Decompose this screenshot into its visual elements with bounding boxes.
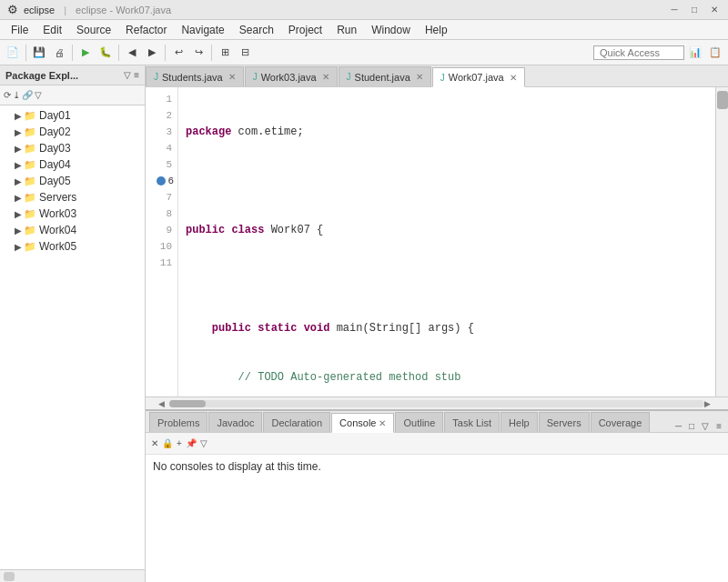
scroll-right-btn[interactable]: ▶ bbox=[704, 399, 715, 408]
sidebar-collapse-btn[interactable]: ▽ bbox=[124, 70, 131, 80]
line-num-10: 10 bbox=[146, 238, 177, 255]
sidebar-item-day01[interactable]: ▶ 📁 Day01 bbox=[0, 107, 145, 124]
menu-edit[interactable]: Edit bbox=[35, 22, 69, 38]
tb-print-button[interactable]: 🖨 bbox=[50, 44, 68, 62]
sidebar-menu-btn[interactable]: ≡ bbox=[134, 70, 139, 80]
menu-search[interactable]: Search bbox=[232, 22, 281, 38]
sidebar-collapse-all-btn[interactable]: ⤓ bbox=[13, 90, 20, 100]
code-line-1: package com.etime; bbox=[186, 124, 708, 140]
tb-redo-button[interactable]: ↪ bbox=[189, 44, 207, 62]
arrow-icon: ▶ bbox=[15, 176, 22, 186]
panel-view-menu-btn[interactable]: ▽ bbox=[699, 420, 712, 432]
menu-run[interactable]: Run bbox=[329, 22, 364, 38]
tab-close-icon[interactable]: ✕ bbox=[379, 418, 386, 428]
title-bar-left: ⚙ eclipse | eclipse - Work07.java bbox=[7, 3, 171, 16]
console-message: No consoles to display at this time. bbox=[153, 460, 321, 473]
tab-work03-java[interactable]: J Work03.java ✕ bbox=[245, 66, 338, 86]
menu-project[interactable]: Project bbox=[281, 22, 329, 38]
minimize-button[interactable]: ─ bbox=[668, 4, 681, 16]
line-num-8: 8 bbox=[146, 206, 177, 222]
scrollbar-track bbox=[169, 400, 704, 407]
menu-window[interactable]: Window bbox=[364, 22, 418, 38]
line-num-2: 2 bbox=[146, 107, 177, 124]
bottom-panel: Problems Javadoc Declaration Console ✕ O… bbox=[146, 409, 728, 582]
editor-scrollbar-horizontal[interactable]: ◀ ▶ bbox=[146, 396, 728, 409]
code-editor[interactable]: 1 2 3 4 5 6 7 8 9 10 11 package com.etim… bbox=[146, 87, 728, 396]
code-content[interactable]: package com.etime; public class Work07 {… bbox=[178, 87, 715, 396]
menu-refactor[interactable]: Refactor bbox=[118, 22, 174, 38]
tb-perspective-button[interactable]: ⊞ bbox=[216, 44, 234, 62]
tab-task-list[interactable]: Task List bbox=[444, 412, 500, 432]
tb-undo-button[interactable]: ↩ bbox=[169, 44, 187, 62]
scrollbar-thumb-horizontal[interactable] bbox=[169, 400, 206, 407]
sidebar-item-work04[interactable]: ▶ 📁 Work04 bbox=[0, 222, 145, 238]
sidebar-item-servers[interactable]: ▶ 📁 Servers bbox=[0, 189, 145, 206]
tab-label: Work07.java bbox=[449, 72, 504, 83]
tb-extra-button-1[interactable]: 📊 bbox=[686, 44, 704, 62]
menu-file[interactable]: File bbox=[4, 22, 35, 38]
sidebar-item-label: Day01 bbox=[39, 109, 71, 122]
maximize-button[interactable]: □ bbox=[688, 4, 701, 16]
folder-icon: 📁 bbox=[24, 110, 36, 122]
java-file-icon: J bbox=[347, 72, 351, 82]
java-file-icon: J bbox=[154, 72, 158, 82]
console-clear-btn[interactable]: ✕ bbox=[151, 438, 158, 448]
close-button[interactable]: ✕ bbox=[708, 4, 721, 16]
tab-outline[interactable]: Outline bbox=[395, 412, 443, 432]
console-pin-btn[interactable]: 📌 bbox=[186, 438, 197, 448]
menu-navigate[interactable]: Navigate bbox=[174, 22, 231, 38]
editor-scrollbar-vertical[interactable] bbox=[715, 87, 728, 396]
menu-help[interactable]: Help bbox=[418, 22, 455, 38]
tab-close-icon[interactable]: ✕ bbox=[228, 72, 236, 82]
sidebar-scrollbar[interactable] bbox=[0, 569, 145, 582]
scrollbar-thumb-vertical[interactable] bbox=[717, 91, 728, 109]
tab-javadoc[interactable]: Javadoc bbox=[208, 412, 262, 432]
console-scroll-lock-btn[interactable]: 🔒 bbox=[162, 438, 173, 448]
tab-student-java[interactable]: J Student.java ✕ bbox=[339, 66, 431, 86]
tab-problems[interactable]: Problems bbox=[149, 412, 207, 432]
tab-close-icon[interactable]: ✕ bbox=[416, 72, 423, 82]
sidebar-item-day03[interactable]: ▶ 📁 Day03 bbox=[0, 140, 145, 156]
sidebar-link-btn[interactable]: 🔗 bbox=[22, 90, 33, 100]
menu-source[interactable]: Source bbox=[69, 22, 118, 38]
tab-coverage[interactable]: Coverage bbox=[591, 412, 651, 432]
tb-back-button[interactable]: ◀ bbox=[123, 44, 141, 62]
panel-minimize-btn[interactable]: ─ bbox=[672, 420, 684, 432]
tab-help[interactable]: Help bbox=[500, 412, 538, 432]
sidebar-item-label: Day04 bbox=[39, 158, 71, 171]
tab-close-icon[interactable]: ✕ bbox=[322, 72, 329, 82]
tb-run-button[interactable]: ▶ bbox=[76, 44, 95, 62]
tab-declaration[interactable]: Declaration bbox=[263, 412, 330, 432]
tab-console[interactable]: Console ✕ bbox=[331, 413, 394, 433]
sidebar-item-day04[interactable]: ▶ 📁 Day04 bbox=[0, 156, 145, 173]
tb-extra-button-2[interactable]: 📋 bbox=[706, 44, 724, 62]
sidebar-item-work03[interactable]: ▶ 📁 Work03 bbox=[0, 206, 145, 222]
bottom-tabs-left: Problems Javadoc Declaration Console ✕ O… bbox=[149, 412, 651, 432]
tab-servers[interactable]: Servers bbox=[539, 412, 590, 432]
tab-label: Student.java bbox=[355, 72, 410, 83]
tb-views-button[interactable]: ⊟ bbox=[236, 44, 254, 62]
sidebar-item-day02[interactable]: ▶ 📁 Day02 bbox=[0, 124, 145, 140]
java-file-icon: J bbox=[440, 73, 445, 83]
tb-debug-button[interactable]: 🐛 bbox=[96, 44, 115, 62]
panel-maximize-btn[interactable]: □ bbox=[686, 420, 697, 432]
sidebar-item-work05[interactable]: ▶ 📁 Work05 bbox=[0, 238, 145, 255]
console-new-btn[interactable]: + bbox=[177, 438, 182, 448]
scroll-left-btn[interactable]: ◀ bbox=[158, 399, 169, 408]
tb-new-button[interactable]: 📄 bbox=[4, 44, 22, 62]
quick-access-input[interactable] bbox=[593, 45, 684, 60]
console-content: No consoles to display at this time. bbox=[146, 455, 728, 582]
tb-save-button[interactable]: 💾 bbox=[30, 44, 48, 62]
sidebar-view-menu-btn[interactable]: ▽ bbox=[35, 90, 42, 100]
console-view-menu-btn[interactable]: ▽ bbox=[200, 438, 207, 448]
sidebar-item-day05[interactable]: ▶ 📁 Day05 bbox=[0, 173, 145, 189]
sidebar-sync-btn[interactable]: ⟳ bbox=[4, 90, 11, 100]
breakpoint-marker bbox=[157, 176, 166, 186]
folder-icon: 📁 bbox=[24, 208, 36, 220]
tab-students-java[interactable]: J Students.java ✕ bbox=[146, 66, 244, 86]
panel-extra-btn[interactable]: ≡ bbox=[713, 420, 724, 432]
tab-work07-java[interactable]: J Work07.java ✕ bbox=[432, 67, 525, 87]
tb-forward-button[interactable]: ▶ bbox=[143, 44, 161, 62]
line-num-4: 4 bbox=[146, 140, 177, 156]
tab-close-icon[interactable]: ✕ bbox=[510, 73, 517, 83]
